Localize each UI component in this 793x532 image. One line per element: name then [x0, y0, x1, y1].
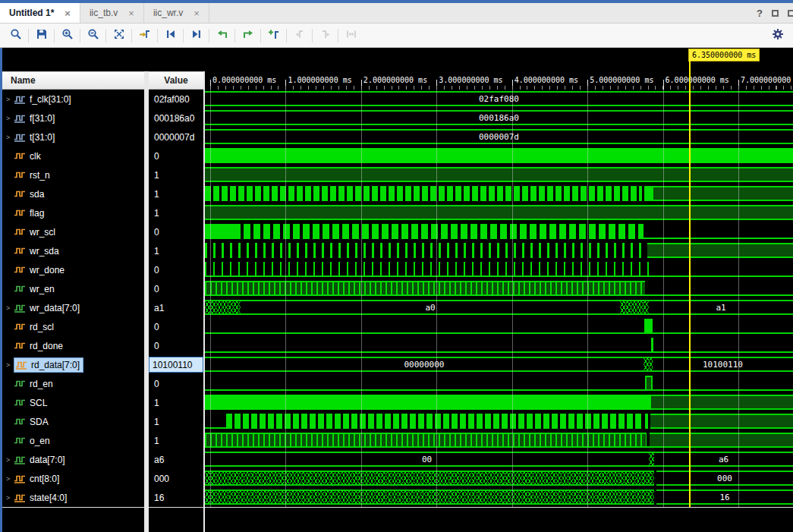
signal-value-clk[interactable]: 0	[149, 146, 203, 165]
zoom-in-button[interactable]	[58, 27, 77, 45]
settings-gear-button[interactable]	[768, 27, 787, 45]
signal-value-rd_en[interactable]: 0	[149, 374, 203, 393]
previous-marker-button[interactable]	[290, 27, 309, 45]
bit-green-signal-icon	[14, 379, 26, 389]
signal-value-rd_data[7:0][interactable]: 10100110	[149, 355, 203, 374]
signal-value-rd_scl[interactable]: 0	[149, 317, 203, 336]
signal-name: wr_sda	[30, 246, 59, 257]
signal-value-wr_done[interactable]: 0	[149, 260, 203, 279]
signal-value-rst_n[interactable]: 1	[149, 165, 203, 184]
toolbar-separator	[183, 29, 184, 42]
signal-row-rd_scl[interactable]: rd_scl	[2, 317, 144, 336]
search-button[interactable]	[6, 27, 25, 45]
signal-value-sda[interactable]: 1	[149, 184, 203, 203]
next-transition-button[interactable]	[238, 27, 257, 45]
signal-row-sda[interactable]: sda	[2, 184, 144, 203]
signal-value-flag[interactable]: 1	[149, 203, 203, 222]
help-icon[interactable]: ?	[757, 8, 763, 19]
ruler-tick-label: 6.000000000 ms	[666, 76, 729, 84]
signal-row-t[31:0][interactable]: >t[31:0]	[2, 127, 144, 146]
signal-row-SCL[interactable]: SCL	[2, 393, 144, 412]
toolbar-separator	[209, 29, 209, 42]
expand-arrow-icon[interactable]: >	[2, 96, 14, 103]
signal-value-rd_done[interactable]: 0	[149, 336, 203, 355]
expand-arrow-icon[interactable]: >	[2, 475, 14, 483]
signal-row-cnt[8:0][interactable]: >cnt[8:0]	[2, 469, 144, 488]
signal-value-wr_en[interactable]: 0	[149, 279, 203, 298]
signal-name: wr_en	[30, 284, 55, 294]
expand-arrow-icon[interactable]: >	[2, 304, 14, 312]
settings-gear-icon	[772, 28, 784, 43]
signal-value-wr_sda[interactable]: 1	[149, 241, 203, 260]
signal-row-f_clk[31:0][interactable]: >f_clk[31:0]	[2, 90, 144, 109]
value-text: a6	[153, 455, 165, 465]
signal-row-rst_n[interactable]: rst_n	[2, 165, 144, 184]
tab-iic-tb[interactable]: iic_tb.v ×	[80, 3, 144, 23]
signal-value-wr_scl[interactable]: 0	[149, 222, 203, 241]
signal-row-clk[interactable]: clk	[2, 146, 144, 165]
tab-untitled-1[interactable]: Untitled 1* ×	[0, 3, 80, 23]
signal-row-flag[interactable]: flag	[2, 203, 144, 222]
signal-row-SDA[interactable]: SDA	[2, 412, 144, 431]
signal-value-cnt[8:0][interactable]: 000	[149, 469, 203, 488]
value-text: 1	[153, 208, 161, 219]
expand-arrow-icon[interactable]: >	[2, 134, 14, 141]
bus-green-signal-icon	[14, 455, 26, 464]
signal-row-o_en[interactable]: o_en	[2, 431, 144, 450]
signal-value-state[4:0][interactable]: 16	[149, 488, 203, 507]
waveform-canvas[interactable]: 6.350000000 ms 0.000000000 ms1.000000000…	[205, 48, 793, 532]
signal-value-t[31:0][interactable]: 0000007d	[149, 127, 203, 146]
zoom-fit-button[interactable]	[109, 27, 128, 45]
wave-segment-low	[205, 332, 644, 334]
add-marker-button[interactable]	[264, 27, 283, 45]
signal-value-SCL[interactable]: 1	[149, 393, 203, 412]
close-icon[interactable]: ×	[128, 8, 134, 18]
close-icon[interactable]: ×	[65, 8, 71, 18]
swap-cursors-button[interactable]	[341, 27, 360, 45]
bus-value-label: 10100110	[703, 360, 743, 370]
cursor-line[interactable]	[689, 61, 691, 507]
signal-row-wr_en[interactable]: wr_en	[2, 279, 144, 298]
previous-transition-button[interactable]	[212, 27, 231, 45]
signal-value-data[7:0][interactable]: a6	[149, 450, 203, 469]
signal-row-data[7:0][interactable]: >data[7:0]	[2, 450, 144, 469]
ruler-tick-label: 1.000000000 ms	[288, 76, 351, 84]
toolbar-separator	[131, 29, 132, 42]
expand-arrow-icon[interactable]: >	[2, 115, 14, 122]
value-text: 1	[153, 398, 161, 408]
expand-arrow-icon[interactable]: >	[2, 494, 14, 502]
time-ruler[interactable]: 0.000000000 ms1.000000000 ms2.000000000 …	[205, 71, 793, 90]
signal-row-f[31:0][interactable]: >f[31:0]	[2, 109, 144, 127]
signal-row-wr_sda[interactable]: wr_sda	[2, 241, 144, 260]
signal-row-rd_data[7:0][interactable]: >rd_data[7:0]	[2, 355, 144, 374]
float-window-icon[interactable]	[772, 10, 779, 17]
bus-value-label: 16	[719, 493, 729, 502]
signal-row-rd_done[interactable]: rd_done	[2, 336, 144, 355]
close-icon[interactable]: ×	[194, 8, 200, 18]
wave-wr_sda	[205, 241, 793, 260]
signal-row-wr_done[interactable]: wr_done	[2, 260, 144, 279]
signal-value-f[31:0][interactable]: 000186a0	[149, 109, 203, 127]
save-button[interactable]	[32, 27, 51, 45]
signal-name: SCL	[30, 398, 47, 408]
maximize-window-icon[interactable]	[788, 10, 793, 17]
expand-arrow-icon[interactable]: >	[2, 361, 14, 369]
go-to-time-0-button[interactable]	[161, 27, 180, 45]
signal-value-wr_data[7:0][interactable]: a1	[149, 298, 203, 317]
signal-row-rd_en[interactable]: rd_en	[2, 374, 144, 393]
zoom-out-button[interactable]	[83, 27, 102, 45]
signal-row-wr_data[7:0][interactable]: >wr_data[7:0]	[2, 298, 144, 317]
expand-arrow-icon[interactable]: >	[2, 456, 14, 464]
tab-iic-wr[interactable]: iic_wr.v ×	[144, 3, 209, 23]
signal-row-wr_scl[interactable]: wr_scl	[2, 222, 144, 241]
wave-segment-low	[653, 389, 793, 391]
next-marker-button[interactable]	[316, 27, 335, 45]
zoom-to-cursor-button[interactable]	[135, 27, 154, 45]
signal-value-SDA[interactable]: 1	[149, 412, 203, 431]
signal-name: f[31:0]	[30, 113, 55, 124]
go-to-last-time-button[interactable]	[187, 27, 206, 45]
signal-row-state[4:0][interactable]: >state[4:0]	[2, 488, 144, 507]
wave-segment-high	[651, 395, 793, 410]
signal-value-o_en[interactable]: 1	[149, 431, 203, 450]
signal-value-f_clk[31:0][interactable]: 02faf080	[149, 90, 203, 109]
